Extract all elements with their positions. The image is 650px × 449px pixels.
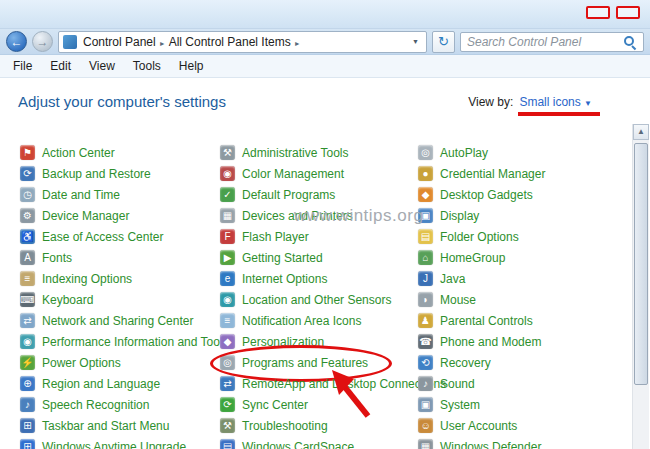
control-panel-icon xyxy=(63,35,77,49)
control-panel-item-label: Action Center xyxy=(42,146,115,160)
control-panel-item-date-and-time[interactable]: ◷Date and Time xyxy=(20,184,220,205)
control-panel-item-desktop-gadgets[interactable]: ◆Desktop Gadgets xyxy=(418,184,624,205)
control-panel-item-network-and-sharing-center[interactable]: ⇄Network and Sharing Center xyxy=(20,310,220,331)
breadcrumb-separator-icon: ► xyxy=(159,40,166,47)
menu-item-view[interactable]: View xyxy=(80,59,124,73)
control-panel-item-label: Recovery xyxy=(440,356,491,370)
control-panel-item-getting-started[interactable]: ▶Getting Started xyxy=(220,247,418,268)
getting-started-icon: ▶ xyxy=(220,250,235,265)
credential-key-icon: ● xyxy=(418,166,433,181)
parental-controls-icon: ♟ xyxy=(418,313,433,328)
control-panel-item-label: Folder Options xyxy=(440,230,519,244)
control-panel-item-speech-recognition[interactable]: ♪Speech Recognition xyxy=(20,394,220,415)
control-panel-item-performance-information-and-tools[interactable]: ◉Performance Information and Tools xyxy=(20,331,220,352)
folder-icon: ▤ xyxy=(418,229,433,244)
control-panel-item-sync-center[interactable]: ⟳Sync Center xyxy=(220,394,418,415)
control-panel-item-windows-anytime-upgrade[interactable]: ⊞Windows Anytime Upgrade xyxy=(20,436,220,449)
control-panel-item-homegroup[interactable]: ⌂HomeGroup xyxy=(418,247,624,268)
java-cup-icon: J xyxy=(418,271,433,286)
title-bar xyxy=(0,0,650,29)
control-panel-item-windows-defender[interactable]: ▦Windows Defender xyxy=(418,436,624,449)
menu-item-file[interactable]: File xyxy=(4,59,41,73)
control-panel-item-fonts[interactable]: AFonts xyxy=(20,247,220,268)
control-panel-item-default-programs[interactable]: ✓Default Programs xyxy=(220,184,418,205)
search-box[interactable]: Search Control Panel xyxy=(460,32,644,52)
breadcrumb-item-all-control-panel-items[interactable]: All Control Panel Items xyxy=(166,35,294,49)
control-panel-item-power-options[interactable]: ⚡Power Options xyxy=(20,352,220,373)
control-panel-item-color-management[interactable]: ◉Color Management xyxy=(220,163,418,184)
breadcrumb: Control Panel►All Control Panel Items► xyxy=(80,35,301,49)
control-panel-item-user-accounts[interactable]: ☺User Accounts xyxy=(418,415,624,436)
control-panel-item-backup-and-restore[interactable]: ⟳Backup and Restore xyxy=(20,163,220,184)
control-panel-item-java[interactable]: JJava xyxy=(418,268,624,289)
control-panel-item-flash-player[interactable]: FFlash Player xyxy=(220,226,418,247)
control-panel-item-internet-options[interactable]: eInternet Options xyxy=(220,268,418,289)
forward-button[interactable]: → xyxy=(32,31,53,52)
control-panel-item-indexing-options[interactable]: ≡Indexing Options xyxy=(20,268,220,289)
refresh-button[interactable]: ↻ xyxy=(432,31,455,53)
vertical-scrollbar[interactable]: ▲ xyxy=(632,124,649,449)
autoplay-disc-icon: ◎ xyxy=(418,145,433,160)
internet-explorer-icon: e xyxy=(220,271,235,286)
column-1: ⚑Action Center⟳Backup and Restore◷Date a… xyxy=(20,142,220,449)
control-panel-item-taskbar-and-start-menu[interactable]: ⊞Taskbar and Start Menu xyxy=(20,415,220,436)
address-bar[interactable]: Control Panel►All Control Panel Items► ▼ xyxy=(58,31,427,53)
speech-icon: ♪ xyxy=(20,397,35,412)
control-panel-item-label: Power Options xyxy=(42,356,121,370)
printer-icon: ▦ xyxy=(220,208,235,223)
sensors-icon: ◉ xyxy=(220,292,235,307)
control-panel-item-label: Flash Player xyxy=(242,230,309,244)
control-panel-item-display[interactable]: ▣Display xyxy=(418,205,624,226)
view-by-selector[interactable]: Small icons ▼ xyxy=(519,95,592,109)
menu-item-edit[interactable]: Edit xyxy=(41,59,80,73)
control-panel-item-device-manager[interactable]: ⚙Device Manager xyxy=(20,205,220,226)
control-panel-item-label: Speech Recognition xyxy=(42,398,149,412)
control-panel-item-administrative-tools[interactable]: ⚒Administrative Tools xyxy=(220,142,418,163)
control-panel-item-label: Administrative Tools xyxy=(242,146,349,160)
power-icon: ⚡ xyxy=(20,355,35,370)
control-panel-items-grid: ⚑Action Center⟳Backup and Restore◷Date a… xyxy=(20,142,624,449)
address-dropdown-arrow[interactable]: ▼ xyxy=(409,38,422,45)
control-panel-item-recovery[interactable]: ⟲Recovery xyxy=(418,352,624,373)
gadgets-icon: ◆ xyxy=(418,187,433,202)
control-panel-item-phone-and-modem[interactable]: ☎Phone and Modem xyxy=(418,331,624,352)
control-panel-item-location-and-other-sensors[interactable]: ◉Location and Other Sensors xyxy=(220,289,418,310)
flash-icon: F xyxy=(220,229,235,244)
programs-icon: ◎ xyxy=(220,355,235,370)
control-panel-item-windows-cardspace[interactable]: ▤Windows CardSpace xyxy=(220,436,418,449)
control-panel-item-parental-controls[interactable]: ♟Parental Controls xyxy=(418,310,624,331)
control-panel-item-mouse[interactable]: ◗Mouse xyxy=(418,289,624,310)
breadcrumb-item-control-panel[interactable]: Control Panel xyxy=(80,35,159,49)
minimize-button[interactable] xyxy=(586,6,610,19)
control-panel-item-autoplay[interactable]: ◎AutoPlay xyxy=(418,142,624,163)
back-button[interactable]: ← xyxy=(6,31,27,52)
control-panel-item-remoteapp-and-desktop-connections[interactable]: ⇄RemoteApp and Desktop Connections xyxy=(220,373,418,394)
control-panel-item-label: Keyboard xyxy=(42,293,93,307)
close-button[interactable] xyxy=(616,6,640,19)
control-panel-item-programs-and-features[interactable]: ◎Programs and Features xyxy=(220,352,418,373)
control-panel-item-credential-manager[interactable]: ●Credential Manager xyxy=(418,163,624,184)
control-panel-item-action-center[interactable]: ⚑Action Center xyxy=(20,142,220,163)
control-panel-item-notification-area-icons[interactable]: ≡Notification Area Icons xyxy=(220,310,418,331)
control-panel-item-sound[interactable]: ♪Sound xyxy=(418,373,624,394)
chevron-down-icon: ▼ xyxy=(584,99,592,108)
control-panel-item-folder-options[interactable]: ▤Folder Options xyxy=(418,226,624,247)
personalization-icon: ◆ xyxy=(220,334,235,349)
control-panel-item-troubleshooting[interactable]: ⚒Troubleshooting xyxy=(220,415,418,436)
control-panel-item-label: Taskbar and Start Menu xyxy=(42,419,169,433)
menu-item-help[interactable]: Help xyxy=(170,59,213,73)
menu-item-tools[interactable]: Tools xyxy=(124,59,170,73)
scroll-up-button[interactable]: ▲ xyxy=(633,124,649,140)
control-panel-item-ease-of-access-center[interactable]: ♿Ease of Access Center xyxy=(20,226,220,247)
navigation-bar: ← → Control Panel►All Control Panel Item… xyxy=(0,29,650,55)
control-panel-item-system[interactable]: ▣System xyxy=(418,394,624,415)
column-3: ◎AutoPlay●Credential Manager◆Desktop Gad… xyxy=(418,142,624,449)
control-panel-item-region-and-language[interactable]: ⊕Region and Language xyxy=(20,373,220,394)
notification-icon: ≡ xyxy=(220,313,235,328)
view-by-value: Small icons xyxy=(519,95,580,109)
control-panel-item-label: Windows Defender xyxy=(440,440,541,449)
control-panel-item-personalization[interactable]: ◆Personalization xyxy=(220,331,418,352)
scrollbar-thumb[interactable] xyxy=(634,143,648,385)
search-placeholder: Search Control Panel xyxy=(467,35,623,49)
control-panel-item-keyboard[interactable]: ⌨Keyboard xyxy=(20,289,220,310)
